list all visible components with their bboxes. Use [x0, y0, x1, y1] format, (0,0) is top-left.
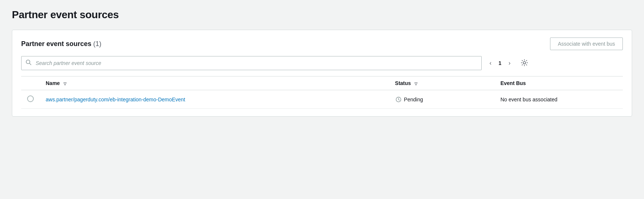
associate-with-event-bus-button[interactable]: Associate with event bus: [550, 37, 623, 50]
row-status-cell: Pending: [389, 90, 495, 109]
pagination-next-button[interactable]: ›: [505, 58, 514, 68]
col-header-select: [21, 76, 40, 90]
settings-gear-button[interactable]: [518, 57, 531, 69]
row-status-text: Pending: [404, 97, 423, 102]
row-name-cell: aws.partner/pagerduty.com/eb-integration…: [40, 90, 389, 109]
partner-event-sources-table: Name ▽ Status ▽ Event Bus aws.partner/pa…: [21, 76, 623, 109]
partner-event-sources-panel: Partner event sources (1) Associate with…: [12, 30, 632, 117]
row-event-bus-cell: No event bus associated: [494, 90, 623, 109]
table-row: aws.partner/pagerduty.com/eb-integration…: [21, 90, 623, 109]
panel-title: Partner event sources (1): [21, 40, 101, 48]
panel-header: Partner event sources (1) Associate with…: [21, 37, 623, 50]
svg-point-2: [523, 61, 526, 63]
col-header-name: Name ▽: [40, 76, 389, 90]
search-wrapper: [21, 56, 482, 70]
row-radio-button[interactable]: [27, 95, 34, 102]
status-clock-icon: [395, 96, 402, 103]
col-header-event-bus: Event Bus: [494, 76, 623, 90]
table-header-row: Name ▽ Status ▽ Event Bus: [21, 76, 623, 90]
panel-title-text: Partner event sources: [21, 40, 91, 48]
search-pagination-row: ‹ 1 ›: [21, 56, 623, 70]
search-input[interactable]: [21, 56, 482, 70]
name-sort-icon[interactable]: ▽: [64, 82, 66, 86]
row-radio-cell: [21, 90, 40, 109]
pagination-controls: ‹ 1 ›: [486, 58, 514, 68]
row-name-link[interactable]: aws.partner/pagerduty.com/eb-integration…: [46, 97, 185, 102]
panel-count: (1): [93, 40, 101, 48]
status-sort-icon[interactable]: ▽: [414, 82, 417, 86]
pagination-prev-button[interactable]: ‹: [486, 58, 495, 68]
row-event-bus-value: No event bus associated: [500, 97, 557, 102]
col-header-status: Status ▽: [389, 76, 495, 90]
panel-title-area: Partner event sources (1): [21, 40, 101, 48]
pagination-current-page: 1: [497, 60, 503, 66]
page-title: Partner event sources: [12, 9, 632, 21]
